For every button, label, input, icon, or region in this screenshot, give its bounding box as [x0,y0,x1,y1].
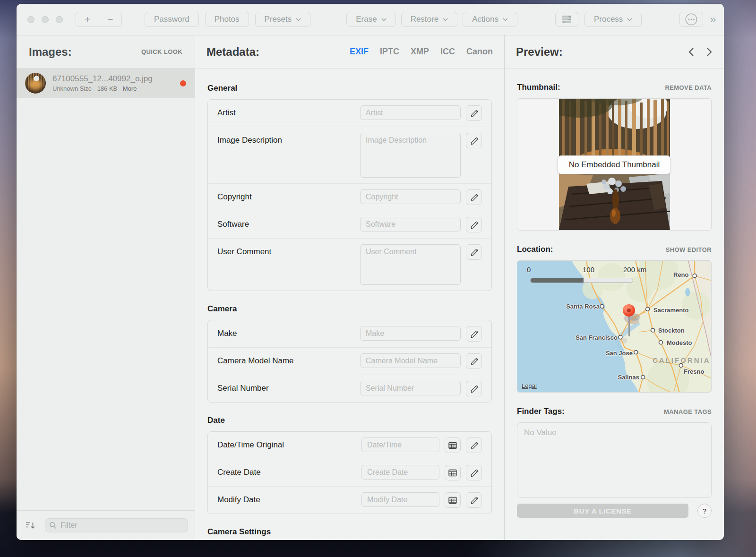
serial-number-input[interactable] [360,381,461,395]
legal-link[interactable]: Legal [522,382,537,389]
calendar-button[interactable] [445,492,461,508]
edit-button[interactable] [466,437,482,453]
field-row-serial-number: Serial Number [208,375,491,402]
map-scale-bar [530,278,633,283]
password-button[interactable]: Password [145,12,199,27]
chevron-down-icon [296,18,301,21]
tags-placeholder-text: No Value [524,428,557,437]
calendar-button[interactable] [445,437,461,453]
edit-button[interactable] [466,465,482,480]
manage-tags-button[interactable]: MANAGE TAGS [664,408,712,415]
field-row-make: Make [208,320,491,347]
edit-button[interactable] [466,105,482,121]
city-label-stockton: Stockton [658,327,685,334]
field-label: Image Description [217,133,360,147]
pencil-icon [470,248,478,256]
more-options-button[interactable] [679,12,703,27]
metadata-tabs: EXIF IPTC XMP ICC Canon [350,47,493,57]
more-link[interactable]: More [123,85,137,92]
zoom-window-button[interactable] [56,16,63,23]
field-row-modify-date: Modify Date [208,486,491,514]
software-input[interactable] [360,217,461,231]
tab-exif[interactable]: EXIF [350,47,369,57]
camera-group: Make Camera Model Name Serial Number [207,320,492,403]
filter-input[interactable] [45,518,188,532]
finder-tags-box[interactable]: No Value [517,422,712,498]
edit-button[interactable] [466,492,482,508]
edit-button[interactable] [466,326,482,342]
image-description-textarea[interactable] [360,133,461,178]
calendar-icon [448,469,457,477]
create-date-input[interactable] [361,465,439,480]
datetime-original-input[interactable] [361,437,439,452]
quick-look-button[interactable]: QUICK LOOK [141,48,182,55]
camera-model-input[interactable] [360,353,461,368]
location-map[interactable]: 0 100 200 km Reno Santa Rosa Sacramento … [517,260,712,393]
sidebar-footer [17,510,195,540]
tab-iptc[interactable]: IPTC [380,47,399,57]
region-label-california: CALIFORNIA [653,356,711,364]
sort-button[interactable] [23,519,38,532]
erase-button[interactable]: Erase [346,12,395,27]
desktop-wallpaper: + − Password Photos Presets Erase Restor… [0,0,756,557]
city-label-sacramento: Sacramento [653,307,688,314]
calendar-icon [448,442,457,449]
make-input[interactable] [360,326,461,341]
ellipsis-circle-icon [685,13,698,26]
finder-tags-row: Finder Tags: MANAGE TAGS [517,407,712,416]
calendar-button[interactable] [445,465,461,480]
show-editor-button[interactable]: SHOW EDITOR [666,246,712,253]
remove-image-button[interactable]: − [99,12,121,26]
metadata-scroll-area[interactable]: General Artist Image Description Copyrig… [195,69,504,540]
city-label-salinas: Salinas [611,374,639,381]
remove-data-button[interactable]: REMOVE DATA [665,84,712,91]
tab-icc[interactable]: ICC [440,47,455,57]
preview-panel: Preview: Thumbnail: REMOVE DATA [505,35,724,540]
add-image-button[interactable]: + [76,12,99,26]
edit-button[interactable] [466,381,482,396]
toolbar-overflow-icon[interactable]: » [710,14,716,25]
tab-canon[interactable]: Canon [466,47,493,57]
titlebar: + − Password Photos Presets Erase Restor… [17,4,724,35]
user-comment-textarea[interactable] [360,244,461,285]
search-icon [49,522,57,529]
field-row-artist: Artist [208,100,491,127]
map-scale-label-100: 100 [583,266,594,274]
edit-button[interactable] [466,353,482,369]
buy-license-button[interactable]: BUY A LICENSE [517,504,688,518]
actions-button[interactable]: Actions [463,12,517,27]
batch-list-icon [561,15,572,24]
next-image-button[interactable] [706,47,713,57]
preview-title: Preview: [516,45,563,59]
close-window-button[interactable] [27,16,34,23]
calendar-icon [448,497,457,504]
edit-button[interactable] [466,189,482,205]
map-scale-fill [531,278,584,283]
map-scale-label-0: 0 [527,266,531,274]
field-label: Date/Time Original [217,437,361,452]
help-button[interactable]: ? [697,504,712,518]
process-button[interactable]: Process [584,12,642,27]
edit-button[interactable] [466,133,482,148]
preview-header: Preview: [505,35,724,69]
edit-button[interactable] [466,244,482,260]
edit-button[interactable] [466,217,482,232]
presets-button[interactable]: Presets [255,12,311,27]
chevron-down-icon [443,18,448,21]
section-heading-camera-settings: Camera Settings [207,527,492,537]
field-row-software: Software [208,211,491,238]
previous-image-button[interactable] [688,47,694,57]
images-title: Images: [29,45,72,59]
photos-button[interactable]: Photos [205,12,249,27]
tab-xmp[interactable]: XMP [411,47,429,57]
batch-list-button[interactable] [555,12,578,27]
image-list-item[interactable]: 67100555_12...40992_o.jpg Unknown Size -… [17,69,195,98]
minimize-window-button[interactable] [42,16,49,23]
restore-button[interactable]: Restore [401,12,458,27]
location-label: Location: [517,245,553,254]
image-size-text: Unknown Size - 186 KB - [52,85,121,92]
artist-input[interactable] [360,105,461,120]
metadata-title: Metadata: [206,45,259,59]
copyright-input[interactable] [360,189,461,204]
modify-date-input[interactable] [361,492,439,507]
